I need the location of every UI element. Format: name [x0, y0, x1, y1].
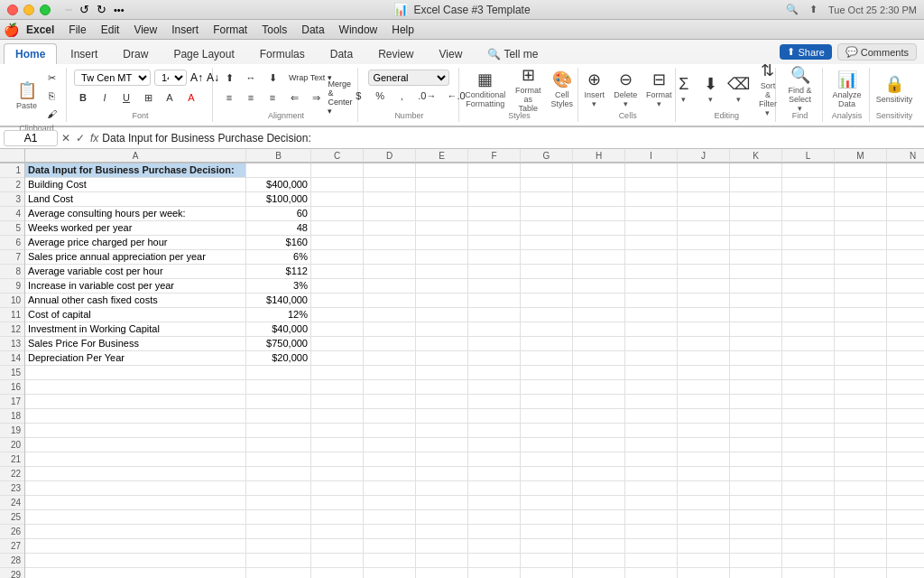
cell-23-c[interactable] [311, 481, 364, 496]
cell-22-i[interactable] [625, 467, 678, 481]
cell-21-e[interactable] [416, 452, 468, 467]
cell-8-e[interactable] [416, 265, 468, 279]
cell-3-i[interactable] [625, 192, 678, 207]
cell-25-m[interactable] [835, 510, 887, 525]
cell-17-n[interactable] [887, 395, 924, 409]
cell-26-d[interactable] [364, 525, 416, 539]
cell-27-m[interactable] [835, 539, 887, 554]
cell-29-l[interactable] [782, 568, 835, 578]
cell-24-k[interactable] [730, 496, 782, 510]
menu-tools[interactable]: Tools [254, 22, 294, 38]
cell-12-d[interactable] [364, 322, 416, 337]
cell-4-i[interactable] [625, 207, 678, 221]
cell-10-f[interactable] [468, 294, 521, 308]
cell-22-e[interactable] [416, 467, 468, 481]
cell-10-b[interactable]: $140,000 [246, 294, 311, 308]
cell-12-n[interactable] [887, 322, 924, 337]
cell-7-n[interactable] [887, 250, 924, 265]
comma-button[interactable]: , [393, 88, 411, 104]
cell-18-h[interactable] [573, 409, 625, 424]
cell-14-j[interactable] [678, 351, 730, 366]
cell-3-g[interactable] [521, 192, 573, 207]
cell-13-l[interactable] [782, 337, 835, 351]
cell-5-b[interactable]: 48 [246, 221, 311, 236]
cell-26-a[interactable] [25, 525, 246, 539]
cell-4-l[interactable] [782, 207, 835, 221]
cell-28-b[interactable] [246, 554, 311, 568]
cell-19-j[interactable] [678, 424, 730, 438]
cell-18-a[interactable] [25, 409, 246, 424]
bold-button[interactable]: B [74, 89, 92, 106]
cell-21-j[interactable] [678, 452, 730, 467]
cell-14-h[interactable] [573, 351, 625, 366]
cell-15-k[interactable] [730, 366, 782, 380]
comments-button[interactable]: 💬 Comments [837, 43, 917, 61]
cell-5-c[interactable] [311, 221, 364, 236]
dec-increase-button[interactable]: .0→ [414, 88, 439, 104]
copy-button[interactable]: ⎘ [42, 88, 60, 104]
tab-data[interactable]: Data [319, 43, 365, 64]
cell-22-c[interactable] [311, 467, 364, 481]
cell-5-d[interactable] [364, 221, 416, 236]
indent-dec-button[interactable]: ⇐ [285, 89, 303, 106]
cell-5-m[interactable] [835, 221, 887, 236]
cell-8-g[interactable] [521, 265, 573, 279]
cell-15-c[interactable] [311, 366, 364, 380]
cell-3-c[interactable] [311, 192, 364, 207]
cell-26-i[interactable] [625, 525, 678, 539]
cell-29-g[interactable] [521, 568, 573, 578]
cell-24-g[interactable] [521, 496, 573, 510]
cell-18-b[interactable] [246, 409, 311, 424]
cell-25-i[interactable] [625, 510, 678, 525]
cell-22-k[interactable] [730, 467, 782, 481]
cell-12-j[interactable] [678, 322, 730, 337]
cell-9-f[interactable] [468, 279, 521, 294]
cell-5-j[interactable] [678, 221, 730, 236]
currency-button[interactable]: $ [349, 88, 367, 104]
cell-24-c[interactable] [311, 496, 364, 510]
cell-1-f[interactable] [468, 163, 521, 178]
cell-11-d[interactable] [364, 308, 416, 322]
cell-9-n[interactable] [887, 279, 924, 294]
menu-view[interactable]: View [126, 22, 164, 38]
cell-18-n[interactable] [887, 409, 924, 424]
cell-11-j[interactable] [678, 308, 730, 322]
cell-10-n[interactable] [887, 294, 924, 308]
cell-28-a[interactable] [25, 554, 246, 568]
cell-3-b[interactable]: $100,000 [246, 192, 311, 207]
font-increase-icon[interactable]: A↑ [190, 71, 203, 84]
menu-insert[interactable]: Insert [164, 22, 206, 38]
cell-4-j[interactable] [678, 207, 730, 221]
cell-17-i[interactable] [625, 395, 678, 409]
cell-10-d[interactable] [364, 294, 416, 308]
cell-6-l[interactable] [782, 236, 835, 250]
cell-22-f[interactable] [468, 467, 521, 481]
cell-26-m[interactable] [835, 525, 887, 539]
cell-14-a[interactable]: Depreciation Per Year [25, 351, 246, 366]
tab-page-layout[interactable]: Page Layout [162, 43, 245, 64]
cell-1-g[interactable] [521, 163, 573, 178]
cell-18-i[interactable] [625, 409, 678, 424]
cell-12-b[interactable]: $40,000 [246, 322, 311, 337]
cell-16-d[interactable] [364, 380, 416, 395]
cell-16-g[interactable] [521, 380, 573, 395]
cell-29-d[interactable] [364, 568, 416, 578]
cell-25-b[interactable] [246, 510, 311, 525]
cell-17-d[interactable] [364, 395, 416, 409]
cell-15-j[interactable] [678, 366, 730, 380]
cell-13-g[interactable] [521, 337, 573, 351]
cell-11-h[interactable] [573, 308, 625, 322]
cell-25-k[interactable] [730, 510, 782, 525]
cell-20-g[interactable] [521, 438, 573, 452]
align-right-button[interactable]: ≡ [263, 89, 282, 106]
cell-7-b[interactable]: 6% [246, 250, 311, 265]
cell-15-h[interactable] [573, 366, 625, 380]
cell-21-k[interactable] [730, 452, 782, 467]
cell-23-j[interactable] [678, 481, 730, 496]
cell-18-g[interactable] [521, 409, 573, 424]
cell-3-l[interactable] [782, 192, 835, 207]
tab-home[interactable]: Home [4, 43, 57, 64]
cell-9-b[interactable]: 3% [246, 279, 311, 294]
cell-29-j[interactable] [678, 568, 730, 578]
cell-17-j[interactable] [678, 395, 730, 409]
